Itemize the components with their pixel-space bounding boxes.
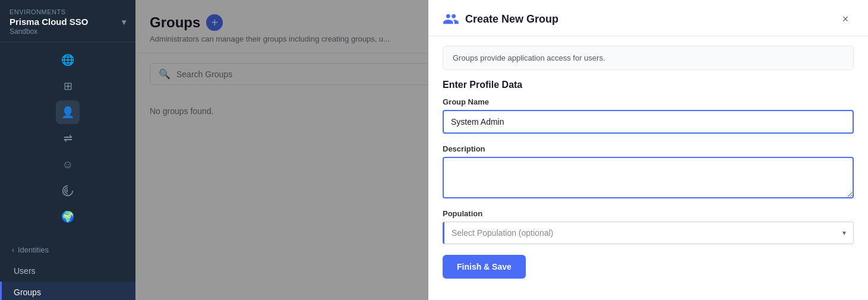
population-label: Population xyxy=(443,209,854,218)
finish-save-button[interactable]: Finish & Save xyxy=(443,255,526,279)
group-name-label: Group Name xyxy=(443,97,854,106)
emoji-icon[interactable]: ☺ xyxy=(56,153,80,176)
back-arrow-icon: ‹ xyxy=(12,246,14,254)
modal-info-text: Groups provide application access for us… xyxy=(443,46,854,70)
group-icon xyxy=(443,11,459,27)
modal-title: Create New Group xyxy=(465,13,558,26)
sidebar-item-groups[interactable]: Groups xyxy=(0,282,135,300)
population-select[interactable]: Select Population (optional) xyxy=(444,222,853,244)
sidebar: Environments Prisma Cloud SSO ▾ Sandbox … xyxy=(0,0,135,300)
modal-form: Group Name Description Population Select… xyxy=(428,97,868,290)
description-label: Description xyxy=(443,144,854,153)
env-label: Environments xyxy=(10,8,126,15)
back-to-identities[interactable]: ‹ Identities xyxy=(0,239,135,260)
description-field: Description xyxy=(443,144,854,198)
group-name-input[interactable] xyxy=(443,110,854,134)
sidebar-item-users[interactable]: Users xyxy=(0,260,135,282)
group-name-field: Group Name xyxy=(443,97,854,134)
modal-section-title: Enter Profile Data xyxy=(428,80,868,97)
sidebar-top-icons: 🌐 ⊞ 👤 ⇌ ☺ 🌍 xyxy=(0,42,135,235)
description-input[interactable] xyxy=(443,157,854,198)
sidebar-nav: ‹ Identities Users Groups Populations At… xyxy=(0,235,135,300)
globe2-icon[interactable]: 🌍 xyxy=(56,205,80,229)
users-icon[interactable]: 👤 xyxy=(56,100,80,124)
env-section: Environments Prisma Cloud SSO ▾ Sandbox xyxy=(0,0,135,42)
close-button[interactable]: × xyxy=(837,11,854,27)
modal-header: Create New Group × xyxy=(428,0,868,36)
globe-icon[interactable]: 🌐 xyxy=(56,48,80,72)
dashboard-icon[interactable]: ⊞ xyxy=(56,74,80,98)
create-group-modal: Create New Group × Groups provide applic… xyxy=(428,0,868,300)
env-name: Prisma Cloud SSO ▾ xyxy=(10,17,126,27)
population-field: Population Select Population (optional) … xyxy=(443,209,854,244)
modal-title-row: Create New Group xyxy=(443,11,558,27)
env-sub: Sandbox xyxy=(10,27,126,36)
fingerprint-icon[interactable] xyxy=(56,179,80,203)
chevron-down-icon[interactable]: ▾ xyxy=(122,17,126,27)
population-select-wrapper: Select Population (optional) ▾ xyxy=(443,222,854,244)
connections-icon[interactable]: ⇌ xyxy=(56,127,80,150)
